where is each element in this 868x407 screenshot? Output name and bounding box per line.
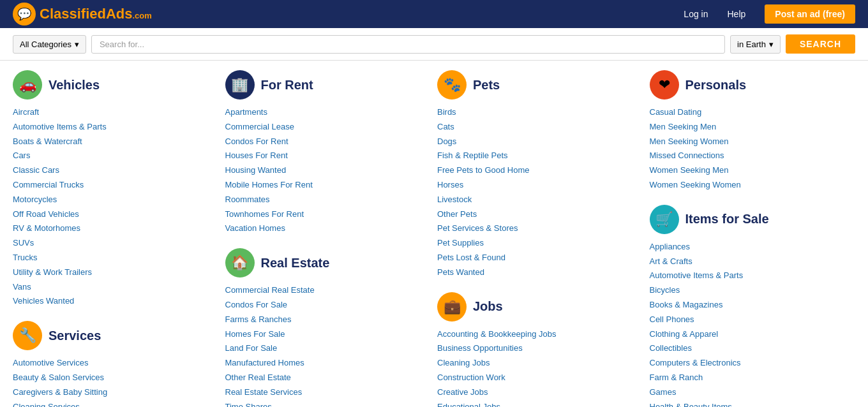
link-pets-lost-found[interactable]: Pets Lost & Found bbox=[437, 253, 505, 262]
column-3: 🐾PetsBirdsCatsDogsFish & Reptile PetsFre… bbox=[437, 70, 643, 407]
category-section-items-for-sale: 🛒Items for SaleAppliancesArt & CraftsAut… bbox=[650, 205, 856, 407]
jobs-title: Jobs bbox=[473, 299, 503, 314]
link-art-crafts[interactable]: Art & Crafts bbox=[650, 256, 692, 266]
link-accounting-bookkeeping-jobs[interactable]: Accounting & Bookkeeping Jobs bbox=[437, 329, 556, 339]
link-cleaning-services[interactable]: Cleaning Services bbox=[13, 402, 80, 407]
link-homes-for-sale[interactable]: Homes For Sale bbox=[225, 329, 285, 339]
link-other-real-estate[interactable]: Other Real Estate bbox=[225, 373, 291, 382]
list-item: Other Pets bbox=[437, 208, 643, 221]
link-automotive-services[interactable]: Automotive Services bbox=[13, 358, 89, 367]
link-pets-wanted[interactable]: Pets Wanted bbox=[437, 267, 484, 277]
link-creative-jobs[interactable]: Creative Jobs bbox=[437, 387, 488, 397]
list-item: Art & Crafts bbox=[650, 255, 856, 269]
link-land-for-sale[interactable]: Land For Sale bbox=[225, 343, 278, 353]
link-fish-reptile-pets[interactable]: Fish & Reptile Pets bbox=[437, 151, 508, 160]
link-classic-cars[interactable]: Classic Cars bbox=[13, 165, 59, 175]
location-dropdown[interactable]: in Earth ▾ bbox=[730, 35, 781, 54]
link-off-road-vehicles[interactable]: Off Road Vehicles bbox=[13, 209, 79, 219]
category-dropdown[interactable]: All Categories ▾ bbox=[13, 35, 86, 54]
link-business-opportunities[interactable]: Business Opportunities bbox=[437, 343, 523, 353]
link-automotive-items-parts[interactable]: Automotive Items & Parts bbox=[13, 122, 107, 131]
list-item: Cats bbox=[437, 121, 643, 134]
link-clothing-apparel[interactable]: Clothing & Apparel bbox=[650, 329, 719, 339]
link-commercial-trucks[interactable]: Commercial Trucks bbox=[13, 180, 84, 189]
link-apartments[interactable]: Apartments bbox=[225, 107, 267, 117]
link-women-seeking-women[interactable]: Women Seeking Women bbox=[650, 180, 741, 189]
link-pet-services-stores[interactable]: Pet Services & Stores bbox=[437, 223, 518, 233]
link-real-estate-services[interactable]: Real Estate Services bbox=[225, 387, 303, 397]
link-townhomes-for-rent[interactable]: Townhomes For Rent bbox=[225, 209, 304, 219]
link-men-seeking-women[interactable]: Men Seeking Women bbox=[650, 137, 729, 146]
search-button[interactable]: SEARCH bbox=[786, 34, 855, 54]
link-games[interactable]: Games bbox=[650, 387, 677, 397]
link-condos-for-rent[interactable]: Condos For Rent bbox=[225, 137, 288, 146]
link-caregivers-baby-sitting[interactable]: Caregivers & Baby Sitting bbox=[13, 387, 107, 397]
list-item: Time Shares bbox=[225, 401, 431, 407]
link-vans[interactable]: Vans bbox=[13, 282, 31, 292]
link-cell-phones[interactable]: Cell Phones bbox=[650, 314, 694, 324]
link-time-shares[interactable]: Time Shares bbox=[225, 402, 272, 407]
list-item: Men Seeking Women bbox=[650, 135, 856, 149]
link-educational-jobs[interactable]: Educational Jobs bbox=[437, 402, 500, 407]
link-commercial-lease[interactable]: Commercial Lease bbox=[225, 122, 294, 131]
search-input[interactable]: Search for... bbox=[91, 35, 725, 54]
link-farms-ranches[interactable]: Farms & Ranches bbox=[225, 314, 292, 324]
list-item: Caregivers & Baby Sitting bbox=[13, 386, 219, 399]
link-bicycles[interactable]: Bicycles bbox=[650, 285, 680, 295]
link-rv-motorhomes[interactable]: RV & Motorhomes bbox=[13, 223, 80, 233]
link-utility-work-trailers[interactable]: Utility & Work Trailers bbox=[13, 267, 92, 277]
link-casual-dating[interactable]: Casual Dating bbox=[650, 107, 702, 117]
link-condos-for-sale[interactable]: Condos For Sale bbox=[225, 300, 288, 309]
search-placeholder: Search for... bbox=[100, 40, 144, 49]
link-roommates[interactable]: Roommates bbox=[225, 195, 270, 204]
link-horses[interactable]: Horses bbox=[437, 180, 463, 189]
link-suvs[interactable]: SUVs bbox=[13, 238, 34, 248]
logo-text: ClassifiedAds.com bbox=[40, 6, 152, 22]
list-item: Creative Jobs bbox=[437, 386, 643, 399]
link-missed-connections[interactable]: Missed Connections bbox=[650, 151, 724, 160]
link-beauty-salon-services[interactable]: Beauty & Salon Services bbox=[13, 373, 104, 382]
login-link[interactable]: Log in bbox=[684, 9, 708, 19]
link-dogs[interactable]: Dogs bbox=[437, 137, 456, 146]
link-construction-work[interactable]: Construction Work bbox=[437, 373, 505, 382]
list-item: Cleaning Services bbox=[13, 401, 219, 407]
link-manufactured-homes[interactable]: Manufactured Homes bbox=[225, 358, 304, 367]
link-health-beauty-items[interactable]: Health & Beauty Items bbox=[650, 402, 732, 407]
link-books-magazines[interactable]: Books & Magazines bbox=[650, 300, 723, 309]
link-farm-ranch[interactable]: Farm & Ranch bbox=[650, 373, 703, 382]
list-item: Automotive Items & Parts bbox=[650, 269, 856, 283]
link-pet-supplies[interactable]: Pet Supplies bbox=[437, 238, 484, 248]
link-women-seeking-men[interactable]: Women Seeking Men bbox=[650, 165, 729, 175]
post-ad-link[interactable]: Post an ad (free) bbox=[765, 4, 855, 24]
link-aircraft[interactable]: Aircraft bbox=[13, 107, 39, 117]
link-computers-electronics[interactable]: Computers & Electronics bbox=[650, 358, 741, 367]
link-birds[interactable]: Birds bbox=[437, 107, 456, 117]
link-houses-for-rent[interactable]: Houses For Rent bbox=[225, 151, 288, 160]
link-other-pets[interactable]: Other Pets bbox=[437, 209, 477, 219]
link-cats[interactable]: Cats bbox=[437, 122, 454, 131]
link-vacation-homes[interactable]: Vacation Homes bbox=[225, 223, 285, 233]
category-header-jobs: 💼Jobs bbox=[437, 292, 643, 322]
link-free-pets-to-good-home[interactable]: Free Pets to Good Home bbox=[437, 165, 530, 175]
link-commercial-real-estate[interactable]: Commercial Real Estate bbox=[225, 285, 315, 295]
link-collectibles[interactable]: Collectibles bbox=[650, 343, 692, 353]
help-link[interactable]: Help bbox=[728, 9, 746, 19]
link-housing-wanted[interactable]: Housing Wanted bbox=[225, 165, 287, 175]
list-item: Pets Lost & Found bbox=[437, 251, 643, 265]
link-cars[interactable]: Cars bbox=[13, 151, 30, 160]
link-boats-watercraft[interactable]: Boats & Watercraft bbox=[13, 137, 82, 146]
link-appliances[interactable]: Appliances bbox=[650, 242, 691, 251]
link-livestock[interactable]: Livestock bbox=[437, 195, 472, 204]
logo-icon: 💬 bbox=[13, 3, 36, 26]
link-vehicles-wanted[interactable]: Vehicles Wanted bbox=[13, 296, 74, 306]
list-item: Cars bbox=[13, 149, 219, 163]
for-rent-links: ApartmentsCommercial LeaseCondos For Ren… bbox=[225, 106, 431, 235]
link-men-seeking-men[interactable]: Men Seeking Men bbox=[650, 122, 717, 131]
link-automotive-items-parts[interactable]: Automotive Items & Parts bbox=[650, 270, 744, 280]
link-mobile-homes-for-rent[interactable]: Mobile Homes For Rent bbox=[225, 180, 313, 189]
category-section-real-estate: 🏠Real EstateCommercial Real EstateCondos… bbox=[225, 248, 431, 407]
link-motorcycles[interactable]: Motorcycles bbox=[13, 195, 57, 204]
link-trucks[interactable]: Trucks bbox=[13, 253, 38, 262]
list-item: Fish & Reptile Pets bbox=[437, 149, 643, 163]
link-cleaning-jobs[interactable]: Cleaning Jobs bbox=[437, 358, 490, 367]
